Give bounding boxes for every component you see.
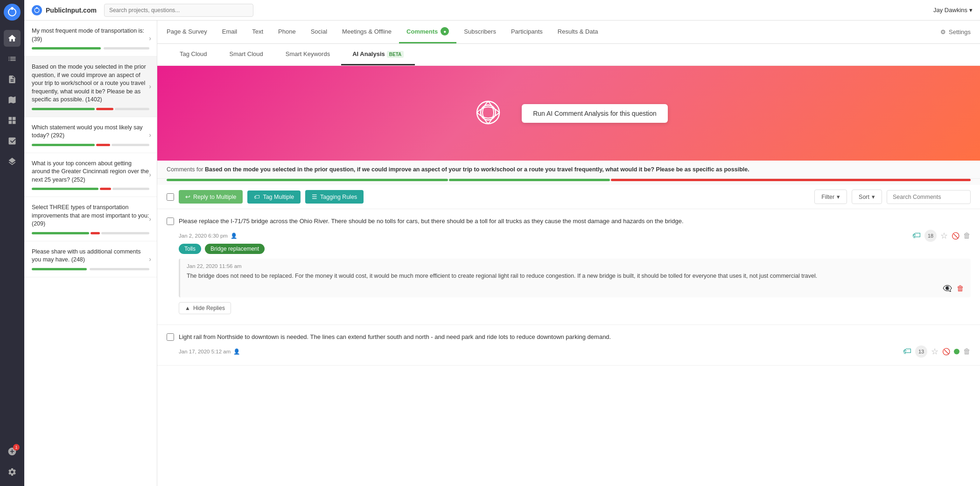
tab-comments[interactable]: Comments● bbox=[399, 21, 456, 43]
ai-banner: Run AI Comment Analysis for this questio… bbox=[157, 66, 980, 161]
question-item-5[interactable]: Please share with us additional comments… bbox=[24, 241, 157, 277]
question-text: My most frequent mode of transportation … bbox=[32, 27, 149, 43]
question-progress bbox=[32, 108, 149, 110]
comment-tag-icon[interactable]: 🏷 bbox=[912, 231, 921, 240]
select-all-checkbox[interactable] bbox=[167, 193, 174, 201]
tab-label: Comments bbox=[406, 28, 438, 35]
reply-delete-icon[interactable]: 🗑 bbox=[957, 284, 964, 293]
questions-sidebar: My most frequent mode of transportation … bbox=[24, 21, 157, 486]
question-item-4[interactable]: Select THREE types of transportation imp… bbox=[24, 197, 157, 241]
svg-point-5 bbox=[36, 7, 38, 9]
sort-button[interactable]: Sort ▾ bbox=[852, 190, 882, 204]
hide-replies-button[interactable]: ▲ Hide Replies bbox=[179, 302, 231, 314]
comment-meta: Jan 17, 2020 5:12 am 👤 bbox=[179, 348, 240, 355]
hide-icon[interactable]: 🚫 bbox=[942, 348, 950, 355]
question-item-2[interactable]: Which statement would you most likely sa… bbox=[24, 117, 157, 153]
topbar-logo-icon bbox=[32, 5, 42, 15]
comments-for-prefix: Comments for bbox=[167, 166, 203, 173]
nav-layers[interactable] bbox=[4, 153, 21, 170]
comments-list: Please replace the I-71/75 bridge across… bbox=[157, 209, 980, 486]
content-area: Page & SurveyEmailTextPhoneSocialMeeting… bbox=[157, 21, 980, 486]
top-search-input[interactable] bbox=[104, 4, 253, 17]
sub-tab-label: Tag Cloud bbox=[180, 50, 207, 57]
filter-label: Filter bbox=[821, 194, 834, 200]
question-text: What is your top concern about getting a… bbox=[32, 160, 149, 184]
sort-chevron-icon: ▾ bbox=[872, 193, 875, 200]
tab-participants[interactable]: Participants bbox=[504, 21, 550, 43]
tab-badge: ● bbox=[441, 27, 449, 35]
question-progress bbox=[32, 188, 149, 190]
comment-checkbox[interactable] bbox=[167, 218, 174, 225]
svg-point-2 bbox=[11, 7, 14, 10]
hide-icon[interactable]: 🚫 bbox=[952, 232, 959, 239]
app-logo[interactable] bbox=[4, 4, 21, 21]
question-text: Which statement would you most likely sa… bbox=[32, 124, 149, 140]
reply-block: Jan 22, 2020 11:56 am The bridge does no… bbox=[179, 259, 971, 298]
tab-results---data[interactable]: Results & Data bbox=[550, 21, 606, 43]
svg-point-0 bbox=[4, 4, 21, 21]
question-text: Select THREE types of transportation imp… bbox=[32, 204, 149, 228]
reply-count: 13 bbox=[915, 345, 927, 358]
delete-icon[interactable]: 🗑 bbox=[963, 232, 971, 240]
tab-subscribers[interactable]: Subscribers bbox=[456, 21, 504, 43]
nav-map[interactable] bbox=[4, 92, 21, 108]
tab-label: Page & Survey bbox=[167, 28, 207, 35]
tab-page---survey[interactable]: Page & Survey bbox=[159, 21, 215, 43]
tagging-rules-button[interactable]: ☰ Tagging Rules bbox=[305, 190, 364, 204]
reply-icon: ↩ bbox=[185, 193, 190, 200]
reply-multiple-button[interactable]: ↩ Reply to Multiple bbox=[179, 190, 243, 204]
question-item-3[interactable]: What is your top concern about getting a… bbox=[24, 153, 157, 197]
tag-multiple-button[interactable]: 🏷 Tag Multiple bbox=[247, 190, 301, 204]
tab-label: Text bbox=[252, 28, 263, 35]
hide-replies-icon: ▲ bbox=[185, 305, 190, 311]
sub-tab-tag-cloud[interactable]: Tag Cloud bbox=[168, 44, 218, 65]
comment-card-0: Please replace the I-71/75 bridge across… bbox=[157, 209, 980, 325]
reply-hide-icon[interactable]: 👁‍🗨 bbox=[943, 284, 952, 293]
delete-icon[interactable]: 🗑 bbox=[963, 347, 971, 356]
main-wrapper: My most frequent mode of transportation … bbox=[24, 21, 980, 486]
sub-tab-smart-keywords[interactable]: Smart Keywords bbox=[274, 44, 341, 65]
tag-icon: 🏷 bbox=[254, 194, 260, 200]
ai-logo-icon bbox=[469, 94, 507, 133]
sub-tab-ai-analysis[interactable]: AI AnalysisBETA bbox=[341, 44, 415, 65]
beta-badge: BETA bbox=[387, 51, 404, 58]
tab-meetings---offline[interactable]: Meetings & Offline bbox=[335, 21, 399, 43]
comment-footer: Jan 17, 2020 5:12 am 👤 🏷 13 ☆ 🚫 🗑 bbox=[179, 345, 971, 358]
comment-tag-icon[interactable]: 🏷 bbox=[903, 346, 911, 356]
tab-email[interactable]: Email bbox=[215, 21, 245, 43]
question-item-0[interactable]: My most frequent mode of transportation … bbox=[24, 21, 157, 56]
comment-footer: Jan 2, 2020 6:30 pm 👤 🏷 18 ☆ 🚫 🗑 bbox=[179, 230, 971, 242]
search-comments-input[interactable] bbox=[887, 190, 971, 204]
tab-phone[interactable]: Phone bbox=[271, 21, 303, 43]
nav-grid[interactable] bbox=[4, 112, 21, 129]
tab-label: Social bbox=[311, 28, 327, 35]
sub-tab-smart-cloud[interactable]: Smart Cloud bbox=[218, 44, 274, 65]
user-menu[interactable]: Jay Dawkins ▾ bbox=[933, 7, 973, 14]
nav-home[interactable] bbox=[4, 30, 21, 47]
reply-count: 18 bbox=[924, 230, 937, 242]
question-arrow-icon: › bbox=[149, 171, 151, 178]
tab-social[interactable]: Social bbox=[303, 21, 335, 43]
nav-list[interactable] bbox=[4, 50, 21, 67]
star-icon[interactable]: ☆ bbox=[931, 346, 938, 357]
svg-point-3 bbox=[32, 5, 42, 15]
filter-button[interactable]: Filter ▾ bbox=[814, 190, 847, 204]
nav-chart[interactable] bbox=[4, 133, 21, 149]
question-text: Based on the mode you selected in the pr… bbox=[32, 63, 149, 104]
nav-pages[interactable] bbox=[4, 71, 21, 88]
question-progress bbox=[32, 144, 149, 146]
settings-tab[interactable]: ⚙ Settings bbox=[933, 21, 978, 43]
star-icon[interactable]: ☆ bbox=[940, 231, 948, 241]
run-ai-button[interactable]: Run AI Comment Analysis for this questio… bbox=[522, 104, 668, 123]
comment-checkbox[interactable] bbox=[167, 333, 174, 341]
tab-text[interactable]: Text bbox=[245, 21, 271, 43]
nav-settings[interactable] bbox=[4, 464, 21, 480]
top-bar: PublicInput.com Jay Dawkins ▾ bbox=[24, 0, 980, 21]
reply-meta: Jan 22, 2020 11:56 am bbox=[187, 263, 964, 269]
comments-toolbar: ↩ Reply to Multiple 🏷 Tag Multiple ☰ Tag… bbox=[157, 185, 980, 209]
question-progress bbox=[32, 232, 149, 234]
question-item-1[interactable]: Based on the mode you selected in the pr… bbox=[24, 56, 157, 117]
nav-add[interactable]: 1 bbox=[4, 443, 21, 460]
filter-chevron-icon: ▾ bbox=[837, 193, 840, 200]
question-arrow-icon: › bbox=[149, 215, 151, 223]
